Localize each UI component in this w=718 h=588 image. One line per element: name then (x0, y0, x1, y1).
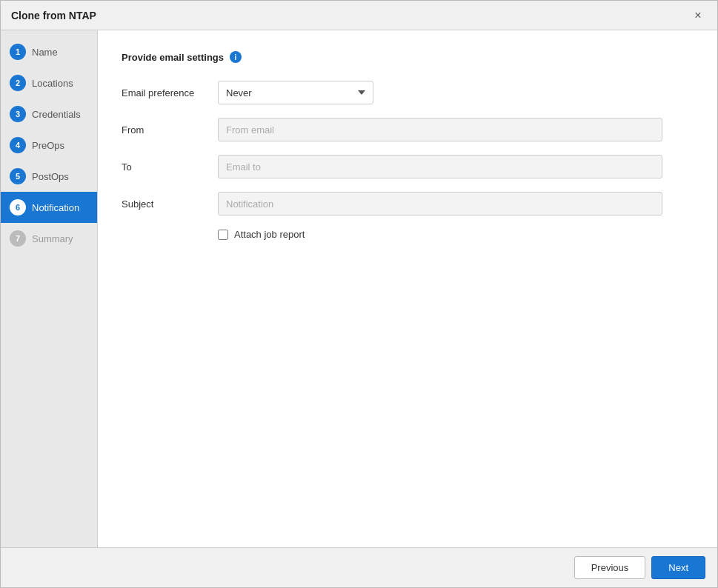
attach-job-report-checkbox[interactable] (218, 230, 228, 240)
sidebar-item-summary: 7 Summary (1, 223, 97, 254)
sidebar-label-preops: PreOps (32, 140, 64, 151)
next-button[interactable]: Next (651, 556, 705, 579)
sidebar-item-preops[interactable]: 4 PreOps (1, 130, 97, 161)
to-input[interactable] (218, 155, 662, 178)
to-label: To (122, 161, 218, 173)
step-badge-2: 2 (10, 75, 26, 91)
email-preference-row: Email preference Never Always On Failure (122, 81, 694, 104)
step-badge-1: 1 (10, 44, 26, 60)
previous-button[interactable]: Previous (574, 556, 646, 579)
sidebar-label-credentials: Credentials (32, 109, 81, 120)
sidebar: 1 Name 2 Locations 3 Credentials 4 PreOp… (1, 30, 98, 547)
sidebar-label-notification: Notification (32, 202, 79, 213)
step-badge-7: 7 (10, 230, 26, 247)
sidebar-label-name: Name (32, 47, 58, 58)
sidebar-label-summary: Summary (32, 233, 73, 244)
sidebar-item-postops[interactable]: 5 PostOps (1, 161, 97, 192)
dialog-footer: Previous Next (1, 547, 717, 587)
sidebar-item-credentials[interactable]: 3 Credentials (1, 98, 97, 130)
from-input[interactable] (218, 118, 662, 141)
subject-label: Subject (122, 198, 218, 210)
attach-job-report-label[interactable]: Attach job report (234, 229, 305, 240)
main-content: Provide email settings i Email preferenc… (98, 30, 717, 547)
subject-row: Subject (122, 192, 694, 216)
step-badge-3: 3 (10, 106, 26, 122)
subject-input[interactable] (218, 192, 662, 216)
email-preference-select[interactable]: Never Always On Failure (218, 81, 373, 104)
clone-dialog: Clone from NTAP × 1 Name 2 Locations 3 C… (0, 0, 718, 588)
info-icon[interactable]: i (230, 51, 242, 63)
sidebar-item-notification[interactable]: 6 Notification (1, 192, 97, 223)
sidebar-item-locations[interactable]: 2 Locations (1, 67, 97, 98)
to-row: To (122, 155, 694, 178)
email-preference-label: Email preference (122, 87, 218, 98)
dialog-title: Clone from NTAP (11, 10, 96, 21)
section-title: Provide email settings i (122, 51, 694, 63)
sidebar-label-postops: PostOps (32, 171, 69, 182)
title-bar: Clone from NTAP × (1, 1, 717, 30)
close-button[interactable]: × (689, 7, 707, 24)
step-badge-4: 4 (10, 137, 26, 153)
sidebar-item-name[interactable]: 1 Name (1, 36, 97, 67)
step-badge-6: 6 (10, 199, 26, 216)
sidebar-label-locations: Locations (32, 78, 73, 89)
step-badge-5: 5 (10, 168, 26, 184)
from-label: From (122, 124, 218, 136)
from-row: From (122, 118, 694, 141)
section-title-text: Provide email settings (122, 52, 224, 63)
dialog-body: 1 Name 2 Locations 3 Credentials 4 PreOp… (1, 30, 717, 547)
attach-job-report-row: Attach job report (218, 229, 694, 240)
